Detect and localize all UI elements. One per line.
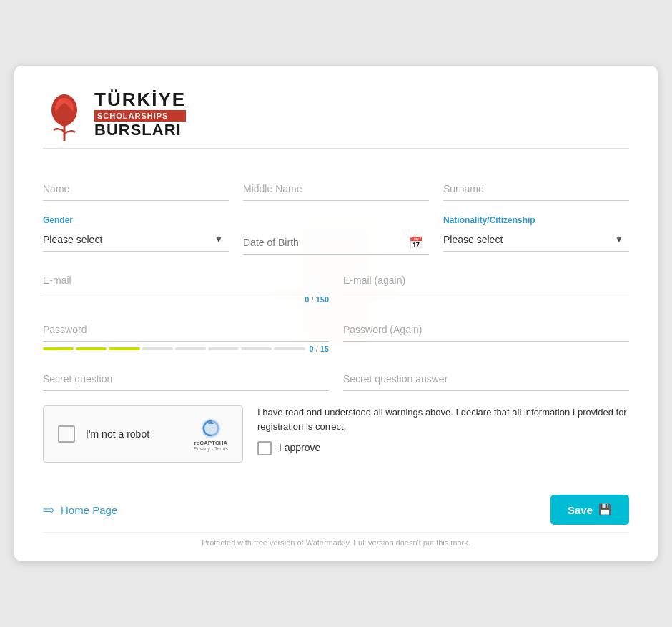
- logo-burslari: BURSLARI: [94, 122, 186, 139]
- gender-select[interactable]: Please select Male Female: [43, 228, 229, 251]
- nationality-select-wrapper: Please select ▼: [443, 228, 629, 252]
- email-group: 0 / 150: [43, 269, 329, 304]
- watermark-footer-text: Protected with free version of Watermark…: [43, 532, 629, 547]
- captcha-label: I'm not a robot: [86, 428, 149, 440]
- gender-label: Gender: [43, 215, 229, 225]
- registration-form: Gender Please select Male Female ▼ 📅: [43, 170, 629, 470]
- strength-bar-8: [274, 347, 305, 350]
- save-label: Save: [568, 504, 593, 516]
- strength-bar-5: [175, 347, 206, 350]
- email-again-group: [343, 269, 629, 304]
- recaptcha-logo: reCAPTCHA Privacy - Terms: [194, 417, 228, 451]
- gender-select-wrapper: Please select Male Female ▼: [43, 228, 229, 252]
- secret-question-input[interactable]: [43, 367, 329, 391]
- email-char-count: 0 / 150: [43, 295, 329, 304]
- name-group: [43, 177, 229, 201]
- password-strength-indicator: 0 / 15: [43, 345, 329, 353]
- email-again-input[interactable]: [343, 269, 629, 292]
- terms-section: I have read and understood all warnings …: [257, 405, 629, 455]
- secret-answer-group: [343, 367, 629, 391]
- home-page-link[interactable]: ⇨ Home Page: [43, 501, 117, 518]
- main-card: TÜRKİYE SCHOLARSHIPS BURSLARI: [14, 66, 658, 561]
- home-icon: ⇨: [43, 501, 55, 518]
- nationality-select[interactable]: Please select: [443, 228, 629, 251]
- strength-bar-3: [109, 347, 139, 350]
- logo-tulip-icon: [43, 87, 86, 141]
- surname-input[interactable]: [443, 177, 629, 201]
- name-input[interactable]: [43, 177, 229, 201]
- password-again-group: [343, 318, 629, 353]
- nationality-label: Nationality/Citizenship: [443, 215, 629, 225]
- approve-checkbox[interactable]: [257, 441, 272, 455]
- logo-turkiye: TÜRKİYE: [94, 89, 186, 110]
- password-input[interactable]: [43, 318, 329, 342]
- password-group: 0 / 15: [43, 318, 329, 353]
- secret-row: [43, 367, 629, 391]
- captcha-terms-section: I'm not a robot reCAPTCHA Privacy - Term…: [43, 405, 629, 463]
- recaptcha-links: Privacy - Terms: [194, 446, 228, 451]
- middle-name-group: [243, 177, 429, 201]
- captcha-checkbox[interactable]: [58, 425, 75, 443]
- surname-group: [443, 177, 629, 201]
- strength-bar-6: [208, 347, 239, 350]
- footer: ⇨ Home Page Save 💾: [43, 488, 629, 525]
- name-row: [43, 177, 629, 201]
- email-row: 0 / 150: [43, 269, 629, 304]
- logo-text: TÜRKİYE SCHOLARSHIPS BURSLARI: [94, 89, 186, 139]
- password-char-count: 0 / 15: [309, 345, 329, 353]
- approve-row: I approve: [257, 440, 629, 455]
- logo-scholarships: SCHOLARSHIPS: [94, 110, 186, 122]
- strength-bar-4: [142, 347, 173, 350]
- secret-question-group: [43, 367, 329, 391]
- strength-bar-2: [76, 347, 107, 350]
- approve-label: I approve: [279, 440, 320, 455]
- email-input[interactable]: [43, 269, 329, 292]
- secret-answer-input[interactable]: [343, 367, 629, 391]
- strength-bar-1: [43, 347, 74, 350]
- password-row: 0 / 15: [43, 318, 629, 353]
- password-again-input[interactable]: [343, 318, 629, 342]
- nationality-group: Nationality/Citizenship Please select ▼: [443, 215, 629, 255]
- strength-bars: [43, 347, 305, 350]
- save-icon: 💾: [598, 503, 612, 516]
- home-page-label: Home Page: [61, 504, 117, 516]
- logo: TÜRKİYE SCHOLARSHIPS BURSLARI: [43, 87, 186, 141]
- gender-dob-nationality-row: Gender Please select Male Female ▼ 📅: [43, 215, 629, 255]
- recaptcha-icon: [199, 417, 222, 440]
- terms-text: I have read and understood all warnings …: [257, 405, 629, 433]
- strength-bar-7: [241, 347, 272, 350]
- save-button[interactable]: Save 💾: [550, 495, 629, 525]
- header: TÜRKİYE SCHOLARSHIPS BURSLARI: [43, 87, 629, 149]
- recaptcha-text: reCAPTCHA: [194, 440, 228, 446]
- dob-group: 📅: [243, 215, 429, 255]
- captcha-box: I'm not a robot reCAPTCHA Privacy - Term…: [43, 405, 243, 463]
- dob-wrapper: 📅: [243, 231, 429, 255]
- middle-name-input[interactable]: [243, 177, 429, 201]
- dob-input[interactable]: [243, 231, 429, 254]
- gender-group: Gender Please select Male Female ▼: [43, 215, 229, 255]
